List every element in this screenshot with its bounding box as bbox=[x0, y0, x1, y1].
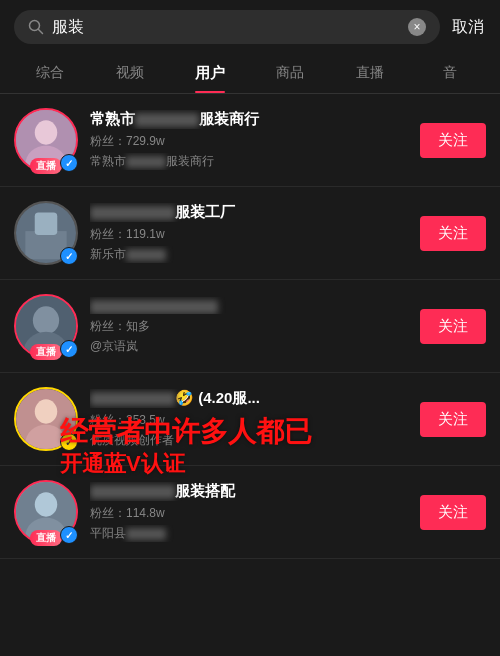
user-name: ████████████ bbox=[90, 297, 408, 314]
cancel-button[interactable]: 取消 bbox=[450, 13, 486, 42]
user-fans: 粉丝：知多 bbox=[90, 318, 408, 335]
user-desc: 常熟市████服装商行 bbox=[90, 153, 408, 170]
user-name: 常熟市██████服装商行 bbox=[90, 110, 408, 129]
svg-point-3 bbox=[35, 120, 58, 144]
list-item: ✓ ████████服装工厂 粉丝：119.1w 新乐市████ 关注 bbox=[0, 187, 500, 280]
list-item: 直播 ✓ ████████服装搭配 粉丝：114.8w 平阳县████ 关注 bbox=[0, 466, 500, 559]
user-name: ████████服装工厂 bbox=[90, 203, 408, 222]
user-info: ████████████ 粉丝：知多 @京语岚 bbox=[90, 297, 408, 355]
avatar[interactable]: 直播 ✓ bbox=[14, 294, 78, 358]
svg-rect-7 bbox=[35, 212, 58, 235]
live-badge: 直播 bbox=[30, 530, 62, 546]
user-info: ████████服装工厂 粉丝：119.1w 新乐市████ bbox=[90, 203, 408, 263]
user-list: 经营者中许多人都已 开通蓝V认证 直播 ✓ 常熟市██████服装商行 粉丝：7… bbox=[0, 94, 500, 640]
user-info: 常熟市██████服装商行 粉丝：729.9w 常熟市████服装商行 bbox=[90, 110, 408, 170]
user-desc: @京语岚 bbox=[90, 338, 408, 355]
avatar[interactable]: 直播 ✓ bbox=[14, 480, 78, 544]
avatar[interactable]: ✓ bbox=[14, 387, 78, 451]
svg-point-15 bbox=[35, 492, 58, 516]
verified-badge: ✓ bbox=[60, 247, 78, 265]
user-desc: 平阳县████ bbox=[90, 525, 408, 542]
follow-button[interactable]: 关注 bbox=[420, 402, 486, 437]
list-item: 直播 ✓ ████████████ 粉丝：知多 @京语岚 关注 bbox=[0, 280, 500, 373]
user-name: ████████服装搭配 bbox=[90, 482, 408, 501]
tab-product[interactable]: 商品 bbox=[250, 54, 330, 93]
svg-point-9 bbox=[33, 306, 59, 334]
tab-music[interactable]: 音 bbox=[410, 54, 490, 93]
verified-badge: ✓ bbox=[60, 433, 78, 451]
follow-button[interactable]: 关注 bbox=[420, 216, 486, 251]
svg-line-1 bbox=[39, 30, 43, 34]
user-desc: 新乐市████ bbox=[90, 246, 408, 263]
verified-badge: ✓ bbox=[60, 340, 78, 358]
svg-point-12 bbox=[35, 399, 58, 423]
tab-video[interactable]: 视频 bbox=[90, 54, 170, 93]
user-fans: 粉丝：114.8w bbox=[90, 505, 408, 522]
tab-live[interactable]: 直播 bbox=[330, 54, 410, 93]
list-item: 直播 ✓ 常熟市██████服装商行 粉丝：729.9w 常熟市████服装商行… bbox=[0, 94, 500, 187]
user-info: ████████🤣 (4.20服... 粉丝：353.5w 优质视频创作者 bbox=[90, 389, 408, 449]
user-name: ████████🤣 (4.20服... bbox=[90, 389, 408, 408]
tab-general[interactable]: 综合 bbox=[10, 54, 90, 93]
clear-button[interactable]: × bbox=[408, 18, 426, 36]
follow-button[interactable]: 关注 bbox=[420, 309, 486, 344]
user-desc: 优质视频创作者 bbox=[90, 432, 408, 449]
tab-user[interactable]: 用户 bbox=[170, 54, 250, 93]
search-input-wrap: × bbox=[14, 10, 440, 44]
search-bar: × 取消 bbox=[0, 0, 500, 54]
user-fans: 粉丝：729.9w bbox=[90, 133, 408, 150]
user-fans: 粉丝：119.1w bbox=[90, 226, 408, 243]
avatar[interactable]: ✓ bbox=[14, 201, 78, 265]
list-item: ✓ ████████🤣 (4.20服... 粉丝：353.5w 优质视频创作者 … bbox=[0, 373, 500, 466]
user-info: ████████服装搭配 粉丝：114.8w 平阳县████ bbox=[90, 482, 408, 542]
live-badge: 直播 bbox=[30, 344, 62, 360]
user-fans: 粉丝：353.5w bbox=[90, 412, 408, 429]
follow-button[interactable]: 关注 bbox=[420, 495, 486, 530]
verified-badge: ✓ bbox=[60, 526, 78, 544]
avatar[interactable]: 直播 ✓ bbox=[14, 108, 78, 172]
live-badge: 直播 bbox=[30, 158, 62, 174]
search-icon bbox=[28, 19, 44, 35]
tab-bar: 综合 视频 用户 商品 直播 音 bbox=[0, 54, 500, 94]
search-input[interactable] bbox=[52, 18, 400, 36]
verified-badge: ✓ bbox=[60, 154, 78, 172]
follow-button[interactable]: 关注 bbox=[420, 123, 486, 158]
